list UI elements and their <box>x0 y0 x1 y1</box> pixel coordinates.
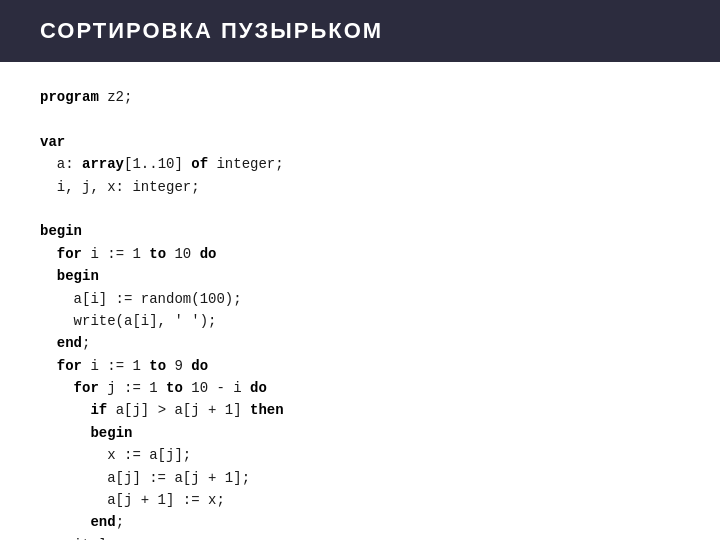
kw-end1: end <box>57 335 82 351</box>
kw-do1: do <box>200 246 217 262</box>
kw-array: array <box>82 156 124 172</box>
kw-to3: to <box>166 380 183 396</box>
kw-of: of <box>191 156 208 172</box>
kw-program: program <box>40 89 99 105</box>
kw-then: then <box>250 402 284 418</box>
kw-for3: for <box>74 380 99 396</box>
kw-begin2: begin <box>90 425 132 441</box>
kw-begin1: begin <box>57 268 99 284</box>
kw-to2: to <box>149 358 166 374</box>
kw-var: var <box>40 134 65 150</box>
header-title: СОРТИРОВКА ПУЗЫРЬКОМ <box>40 18 383 43</box>
kw-for2: for <box>57 358 82 374</box>
kw-to1: to <box>149 246 166 262</box>
kw-do3: do <box>250 380 267 396</box>
kw-for1: for <box>57 246 82 262</box>
kw-if: if <box>90 402 107 418</box>
kw-end2: end <box>90 514 115 530</box>
code-block: program z2; var a: array[1..10] of integ… <box>0 62 720 540</box>
kw-begin-main: begin <box>40 223 82 239</box>
page-header: СОРТИРОВКА ПУЗЫРЬКОМ <box>0 0 720 62</box>
kw-do2: do <box>191 358 208 374</box>
